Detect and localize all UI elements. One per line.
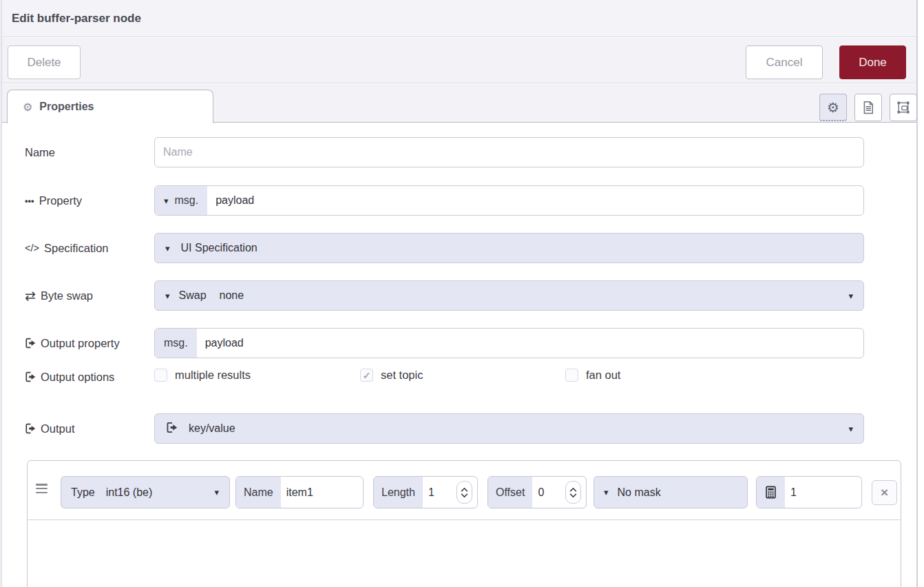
dialog-right-edge [916, 0, 918, 587]
output-options-group: ✓ multiple results ✓ set topic ✓ fan out [154, 369, 864, 385]
calculator-icon [757, 477, 785, 508]
properties-tool-button[interactable]: ⚙ [819, 94, 847, 121]
multiple-results-option[interactable]: ✓ multiple results [154, 369, 251, 382]
fan-out-label: fan out [586, 369, 620, 382]
output-property-type: msg. [155, 329, 197, 358]
gear-icon: ⚙ [23, 101, 32, 114]
edit-node-dialog: Edit buffer-parser node Delete Cancel Do… [0, 0, 924, 587]
chevron-down-icon: ▾ [214, 487, 229, 497]
item-type-value: int16 (be) [95, 486, 153, 499]
item-name-input[interactable] [281, 486, 363, 499]
byte-swap-prefix: Swap [170, 289, 207, 302]
item-type-select[interactable]: Type int16 (be) ▾ [61, 476, 230, 508]
multiple-results-checkbox[interactable]: ✓ [154, 369, 167, 382]
dialog-title: Edit buffer-parser node [12, 12, 141, 25]
fan-out-option[interactable]: ✓ fan out [565, 369, 620, 382]
property-type-label: msg. [175, 194, 199, 207]
offset-stepper[interactable] [565, 481, 581, 504]
chevron-up-icon [569, 487, 577, 492]
item-length-input[interactable] [423, 486, 456, 499]
sign-out-icon [25, 371, 36, 382]
item-offset-label: Offset [488, 477, 532, 508]
name-input[interactable] [155, 146, 863, 158]
item-length-field: Length [373, 476, 478, 508]
document-icon [861, 101, 875, 114]
remove-item-button[interactable]: × [872, 480, 897, 505]
item-mask-value: No mask [609, 486, 661, 499]
item-type-label: Type [61, 486, 95, 499]
tab-properties-label: Properties [39, 101, 94, 113]
output-property-label: Output property [25, 328, 152, 358]
output-property-type-label: msg. [164, 337, 188, 349]
chevron-up-icon [461, 487, 468, 492]
output-value: key/value [178, 422, 235, 435]
item-scale-field [756, 476, 862, 508]
set-topic-checkbox[interactable]: ✓ [360, 369, 373, 382]
description-tool-button[interactable] [854, 94, 882, 121]
items-list: Type int16 (be) ▾ Name Length [27, 460, 901, 587]
set-topic-label: set topic [381, 369, 423, 382]
item-name-label: Name [236, 477, 281, 508]
length-stepper[interactable] [456, 481, 472, 504]
byte-swap-value: none [220, 289, 244, 302]
multiple-results-label: multiple results [175, 369, 251, 382]
appearance-icon [896, 101, 910, 114]
item-scale-input[interactable] [785, 486, 861, 499]
chevron-down-icon: ▾ [848, 424, 863, 434]
chevron-down-icon: ▾ [164, 196, 169, 206]
property-label: ••• Property [25, 185, 152, 216]
item-length-label: Length [374, 477, 423, 508]
done-button[interactable]: Done [839, 45, 906, 79]
output-property-field: msg. [154, 328, 864, 358]
gear-icon: ⚙ [827, 99, 839, 116]
item-row: Type int16 (be) ▾ Name Length [28, 461, 901, 520]
chevron-down-icon: ▾ [848, 291, 863, 301]
dialog-header: Edit buffer-parser node [2, 0, 916, 37]
close-icon: × [881, 485, 888, 500]
item-offset-field: Offset [487, 476, 587, 508]
name-field [154, 137, 864, 167]
sign-out-icon [166, 422, 178, 436]
appearance-tool-button[interactable] [890, 94, 917, 121]
item-mask-select[interactable]: ▾ No mask [594, 476, 748, 508]
item-name-field: Name [235, 476, 364, 508]
delete-button[interactable]: Delete [8, 45, 81, 79]
editor-tool-buttons: ⚙ [819, 94, 917, 121]
name-label: Name [25, 137, 152, 167]
property-input[interactable] [207, 194, 863, 207]
specification-value: UI Specification [170, 242, 258, 254]
property-type-select[interactable]: ▾ msg. [155, 186, 207, 215]
chevron-down-icon [569, 493, 577, 498]
sign-out-icon [25, 338, 36, 349]
property-field: ▾ msg. [154, 185, 864, 216]
specification-select[interactable]: ▾ UI Specification [154, 233, 864, 263]
output-select[interactable]: key/value ▾ [154, 413, 864, 444]
swap-arrows-icon: ⇄ [25, 288, 36, 304]
byte-swap-select[interactable]: ▾ Swap none ▾ [154, 280, 864, 311]
byte-swap-label: ⇄ Byte swap [25, 280, 152, 311]
cancel-button[interactable]: Cancel [746, 45, 823, 79]
output-property-input[interactable] [197, 337, 863, 349]
specification-label: </> Specification [25, 233, 152, 263]
output-options-label: Output options [25, 369, 152, 385]
fan-out-checkbox[interactable]: ✓ [565, 369, 578, 382]
item-offset-input[interactable] [532, 486, 565, 499]
ellipsis-icon: ••• [25, 196, 34, 206]
sign-out-icon [25, 423, 36, 434]
output-label: Output [25, 413, 152, 444]
set-topic-option[interactable]: ✓ set topic [360, 369, 423, 382]
drag-handle-icon[interactable] [36, 484, 48, 493]
chevron-down-icon [461, 493, 468, 498]
code-icon: </> [25, 243, 39, 254]
properties-form: Name ••• Property ▾ msg. </> Specificati… [2, 123, 916, 587]
tab-properties[interactable]: ⚙ Properties [7, 90, 213, 123]
